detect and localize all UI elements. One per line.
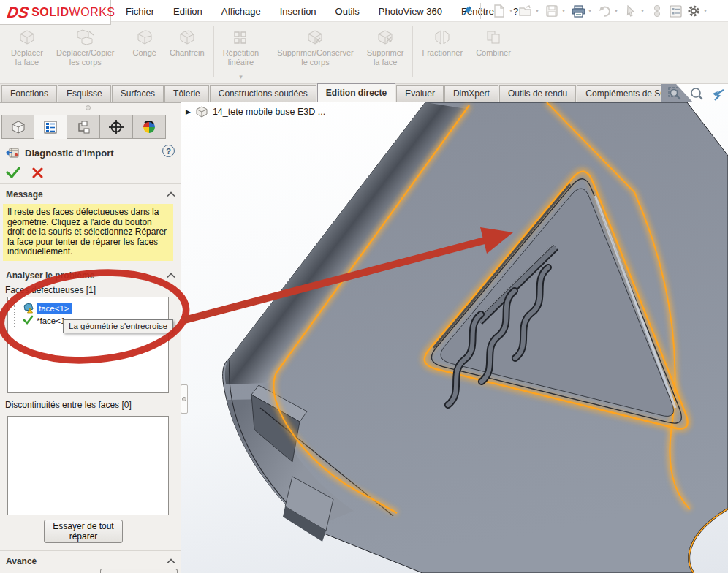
open-dropdown[interactable]: ▾ [536,8,542,14]
toolbar-fillet-button[interactable]: Congé [126,26,163,59]
toolbar-delete-face-button[interactable]: Supprimer la face [360,26,411,68]
combine-icon [485,28,502,47]
menu-photoview[interactable]: PhotoView 360 [379,6,442,17]
tree-item-label: 14_tete mobile buse E3D ... [213,107,325,117]
advanced-partial-button[interactable] [100,569,178,573]
3d-model-part[interactable] [181,102,728,573]
toolbar-move-copy-bodies-button[interactable]: Déplacer/Copier les corps [50,26,121,68]
menu-edition[interactable]: Edition [173,6,202,17]
print-dropdown[interactable]: ▾ [588,8,594,14]
tab-dimxpert[interactable]: DimXpert [444,85,498,102]
save-icon[interactable] [544,3,560,19]
gaps-listbox[interactable] [7,416,169,515]
main-menus: Fichier Edition Affichage Insertion Outi… [126,0,518,22]
tab-fonctions[interactable]: Fonctions [1,85,57,102]
collapse-chevron-icon[interactable] [167,273,175,278]
zoom-fit-icon[interactable] [668,87,683,103]
logo-solid-text: SOLID [31,6,69,19]
settings-dropdown[interactable]: ▾ [704,8,710,14]
message-section-header[interactable]: Message [0,187,181,202]
toolbar-button-label: Déplacer la face [11,48,43,67]
settings-gear-icon[interactable] [686,3,702,19]
graphics-viewport[interactable]: ▶ 14_tete mobile buse E3D ... [181,102,728,573]
menubar-separator [480,3,481,19]
toolbar-move-face-button[interactable]: Déplacer la face [4,26,50,68]
tab-esquisse[interactable]: Esquisse [58,85,111,102]
panel-title: Diagnostic d'import [25,148,114,159]
import-diagnostics-icon [5,146,20,159]
toolbar-button-label: Déplacer/Copier les corps [56,48,114,67]
pin-menu-icon[interactable] [460,4,474,18]
tab-edition-directe[interactable]: Edition directe [317,83,395,102]
tree-connector [14,314,23,327]
tab-property-manager[interactable] [34,115,67,139]
toolbar-split-button[interactable]: Fractionner [415,26,469,59]
print-icon[interactable] [570,3,586,19]
toolbar-linear-pattern-button[interactable]: Répétition linéaire ▾ [216,26,266,83]
face-error-tooltip: La géométrie s'entrecroise [63,319,173,333]
tab-feature-manager[interactable] [1,115,34,139]
undo-dropdown[interactable]: ▾ [615,8,621,14]
panel-splitter-handle[interactable] [181,384,188,414]
tab-surfaces[interactable]: Surfaces [112,85,164,102]
display-states-icon[interactable] [649,3,665,19]
toolbar-combine-button[interactable]: Combiner [469,26,517,59]
delete-face-icon [376,28,394,47]
save-dropdown[interactable]: ▾ [562,8,568,14]
ok-check-icon[interactable] [6,167,20,178]
solidworks-window: Fichier Edition Affichage Insertion Outi… [0,0,728,573]
advanced-section-header[interactable]: Avancé [0,554,181,569]
collapse-chevron-icon[interactable] [167,558,175,564]
panel-collapse-handle[interactable] [86,105,91,110]
tab-configuration-manager[interactable] [67,115,100,139]
select-dropdown[interactable]: ▾ [641,8,647,14]
face-ok-check-icon [23,315,35,326]
open-icon[interactable] [517,3,534,19]
tree-expand-arrow-icon[interactable]: ▶ [186,108,191,115]
section-divider [0,183,181,184]
analyze-section-header[interactable]: Analyser le problème [0,268,181,283]
cancel-x-icon[interactable] [32,167,43,178]
toolbar-separator [124,26,124,77]
section-divider [0,265,181,265]
faulty-faces-label: Faces défectueuses [1] [5,285,96,295]
toolbar-button-label: Chanfrein [170,48,205,58]
part-document-icon [195,106,208,118]
tab-outils-de-rendu[interactable]: Outils de rendu [499,85,576,102]
logo-works-text: WORKS [69,6,115,19]
face-list-item-selected[interactable]: face<1> [8,302,168,314]
tab-dimxpert-manager[interactable] [100,115,133,139]
help-icon[interactable]: ? [162,145,175,157]
tab-tolerie[interactable]: Tôlerie [164,85,209,102]
toolbar-button-label: Fractionner [422,48,463,58]
menu-fichier[interactable]: Fichier [126,6,154,17]
previous-view-icon[interactable] [710,87,725,103]
repair-all-button[interactable]: Essayer de tout réparer [44,520,123,543]
tab-display-manager[interactable] [133,115,166,139]
toolbar-chamfer-button[interactable]: Chanfrein [163,26,211,59]
options-list-icon[interactable] [667,3,683,19]
faulty-faces-listbox[interactable]: face<1> *face<1> [7,297,169,393]
message-warning-box: Il reste des faces défectueuses dans la … [3,204,173,261]
face-warning-icon [23,303,35,314]
tab-constructions-soudees[interactable]: Constructions soudées [210,85,316,102]
logo-ds-glyph: DS [6,4,30,21]
linear-pattern-icon [232,28,249,47]
menu-affichage[interactable]: Affichage [221,6,261,17]
zoom-area-icon[interactable] [689,87,704,103]
new-document-dropdown[interactable]: ▾ [509,8,515,14]
tab-evaluer[interactable]: Evaluer [396,85,444,102]
toolbar-delete-keep-body-button[interactable]: Supprimer/Conserver le corps [270,26,360,68]
linear-pattern-dropdown[interactable]: ▾ [239,72,243,82]
feature-tree-flyout[interactable]: ▶ 14_tete mobile buse E3D ... [186,106,325,118]
collapse-chevron-icon[interactable] [167,191,175,197]
menu-insertion[interactable]: Insertion [280,6,316,17]
undo-icon[interactable] [596,3,613,19]
panel-actions [0,164,181,181]
new-document-icon[interactable] [491,3,507,19]
heads-up-view-toolbar [668,87,727,103]
toolbar-button-label: Supprimer/Conserver le corps [277,48,354,67]
select-arrow-icon[interactable] [623,3,639,19]
menu-outils[interactable]: Outils [335,6,360,17]
chamfer-cube-icon [178,28,196,47]
